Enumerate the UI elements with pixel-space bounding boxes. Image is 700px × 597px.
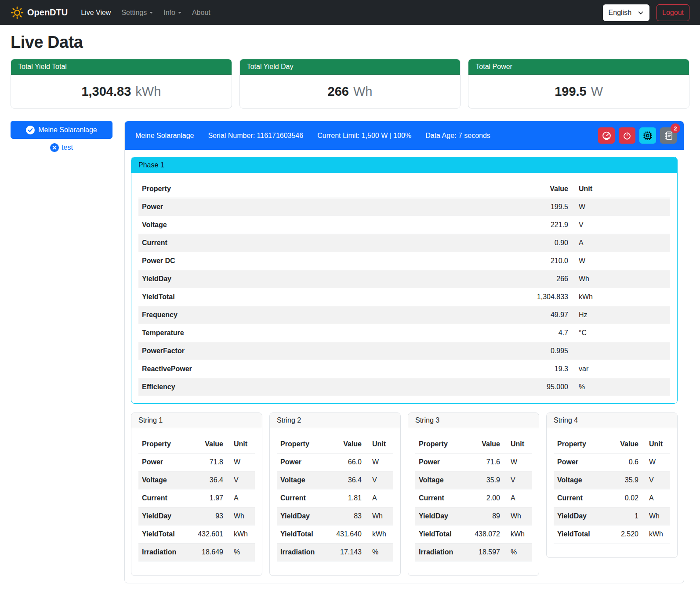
nav-item-info[interactable]: Info (160, 5, 185, 20)
inverter-select-button[interactable]: Meine Solaranlage (11, 121, 112, 139)
table-row: ReactivePower19.3var (138, 360, 670, 378)
column-property: Property (277, 435, 326, 453)
event-count-badge: 2 (671, 123, 680, 133)
table-row: Voltage36.4V (277, 471, 393, 489)
table-row: PowerFactor0.995 (138, 342, 670, 360)
nav-links: Live View Settings Info About (77, 5, 602, 20)
table-row: Power199.5W (138, 198, 670, 216)
cell-property: Current (554, 489, 607, 507)
cell-value: 18.597 (464, 543, 507, 561)
cell-unit: A (575, 234, 670, 252)
table-row: Current0.90A (138, 234, 670, 252)
cell-unit: Hz (575, 306, 670, 324)
table-row: Current1.81A (277, 489, 393, 507)
column-unit: Unit (507, 435, 532, 453)
cell-property: Irradiation (277, 543, 326, 561)
cell-unit: V (507, 471, 532, 489)
cell-unit: W (646, 453, 670, 471)
string-3-card: String 3 Property Value Unit (408, 412, 539, 576)
cell-property: Irradiation (138, 543, 188, 561)
power-button[interactable] (619, 127, 635, 144)
cell-property: Power (138, 453, 188, 471)
cell-property: Power (138, 198, 391, 216)
inverter-data-age: Data Age: 7 seconds (425, 132, 490, 140)
string-2-table: Property Value Unit Power66.0WVoltage36.… (277, 435, 393, 561)
cell-value: 2.00 (464, 489, 507, 507)
string-4-table: Property Value Unit Power0.6WVoltage35.9… (554, 435, 670, 543)
cell-value: 266 (391, 270, 575, 288)
table-row: YieldDay89Wh (415, 507, 532, 525)
cell-property: Voltage (554, 471, 607, 489)
cell-value: 93 (188, 507, 230, 525)
string-1-table: Property Value Unit Power71.8WVoltage36.… (138, 435, 255, 561)
cell-unit: var (575, 360, 670, 378)
nav-item-live-view[interactable]: Live View (77, 5, 114, 20)
string-4-title: String 4 (547, 413, 677, 428)
table-row: Voltage221.9V (138, 216, 670, 234)
table-row: Power DC210.0W (138, 252, 670, 270)
string-1-card: String 1 Property Value Unit (131, 412, 262, 576)
event-log-button[interactable]: 2 (660, 127, 677, 144)
cell-property: YieldTotal (138, 525, 188, 543)
nav-item-settings[interactable]: Settings (118, 5, 156, 20)
cell-unit: W (507, 453, 532, 471)
cell-unit (575, 342, 670, 360)
cell-property: Power DC (138, 252, 391, 270)
cell-value: 1.81 (326, 489, 369, 507)
inverter-serial: Serial Number: 116171603546 (208, 132, 303, 140)
phase-1-table: Property Value Unit Power199.5WVoltage22… (138, 180, 670, 396)
table-row: Current1.97A (138, 489, 255, 507)
device-info-button[interactable] (639, 127, 656, 144)
card-unit: kWh (135, 84, 161, 99)
cell-unit: % (369, 543, 393, 561)
cell-value: 1 (607, 507, 646, 525)
sun-logo-icon (11, 6, 24, 19)
cell-property: Current (277, 489, 326, 507)
card-value: 1,304.83 (81, 84, 131, 99)
cell-property: Irradiation (415, 543, 464, 561)
cell-property: Voltage (138, 471, 188, 489)
cell-value: 95.000 (391, 378, 575, 396)
x-circle-icon (50, 143, 59, 152)
column-unit: Unit (575, 180, 670, 198)
brand[interactable]: OpenDTU (11, 6, 68, 19)
brand-label: OpenDTU (27, 7, 68, 18)
cell-value: 89 (464, 507, 507, 525)
cell-property: YieldTotal (138, 288, 391, 306)
column-value: Value (188, 435, 230, 453)
inverter-sidebar: Meine Solaranlage test (11, 121, 112, 583)
cell-value: 17.143 (326, 543, 369, 561)
table-header-row: Property Value Unit (554, 435, 670, 453)
nav-item-about[interactable]: About (189, 5, 214, 20)
column-property: Property (138, 435, 188, 453)
cell-property: YieldDay (554, 507, 607, 525)
inverter-item-test[interactable]: test (11, 143, 112, 152)
nav-item-settings-label: Settings (121, 9, 147, 17)
cell-property: YieldTotal (277, 525, 326, 543)
table-row: Current0.02A (554, 489, 670, 507)
logout-button[interactable]: Logout (656, 4, 689, 21)
language-select[interactable]: English (603, 4, 649, 21)
cell-unit: Wh (646, 507, 670, 525)
inverter-panel-header: Meine Solaranlage Serial Number: 1161716… (125, 121, 684, 150)
cell-value: 221.9 (391, 216, 575, 234)
cell-unit: A (230, 489, 255, 507)
cell-property: PowerFactor (138, 342, 391, 360)
cell-value: 83 (326, 507, 369, 525)
cell-property: Voltage (138, 216, 391, 234)
cell-value: 438.072 (464, 525, 507, 543)
cell-property: YieldTotal (415, 525, 464, 543)
cell-value: 210.0 (391, 252, 575, 270)
cell-property: Power (277, 453, 326, 471)
power-icon (622, 131, 632, 141)
summary-cards: Total Yield Total 1,304.83 kWh Total Yie… (11, 59, 689, 109)
cell-property: Power (554, 453, 607, 471)
string-3-table: Property Value Unit Power71.6WVoltage35.… (415, 435, 532, 561)
string-4-card: String 4 Property Value Unit (546, 412, 678, 558)
limit-settings-button[interactable] (598, 127, 615, 144)
cell-unit: % (507, 543, 532, 561)
cell-unit: Wh (575, 270, 670, 288)
cell-value: 0.995 (391, 342, 575, 360)
cell-property: YieldDay (138, 270, 391, 288)
cell-unit: Wh (507, 507, 532, 525)
